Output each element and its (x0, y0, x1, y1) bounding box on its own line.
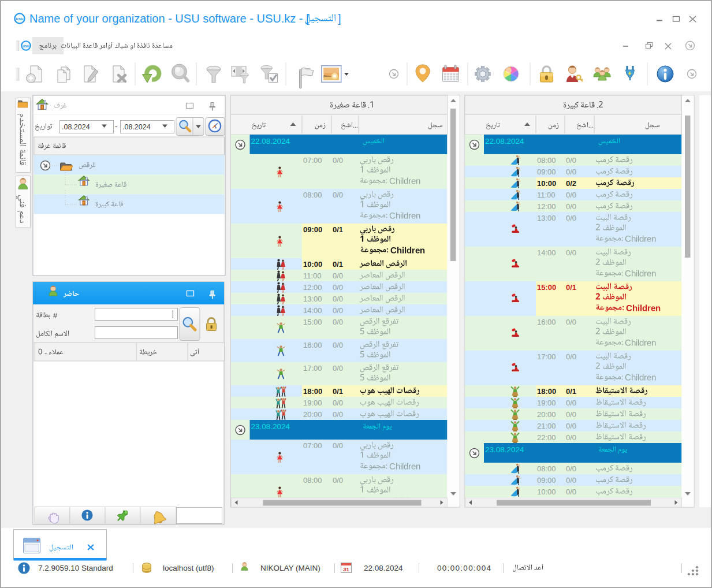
svg-text:10:00: 10:00 (303, 260, 322, 269)
svg-text:08:00: 08:00 (537, 156, 556, 165)
svg-text:0/0: 0/0 (333, 306, 343, 315)
svg-text:0/0: 0/0 (333, 191, 343, 199)
svg-text:0/0: 0/0 (333, 364, 343, 373)
svg-text:0/0: 0/0 (566, 433, 576, 442)
svg-text:16:00: 16:00 (537, 318, 556, 326)
svg-text:17:00: 17:00 (537, 352, 556, 361)
svg-text:0/0: 0/0 (566, 191, 576, 199)
svg-text:09:00: 09:00 (537, 168, 556, 176)
svg-text:08:00: 08:00 (303, 191, 322, 199)
svg-text:08:00: 08:00 (537, 464, 556, 473)
svg-text:0/0: 0/0 (566, 464, 576, 473)
svg-text:0/0: 0/0 (333, 410, 343, 419)
svg-text:localhost (utf8): localhost (utf8) (163, 564, 214, 572)
svg-text:09:00: 09:00 (303, 225, 322, 234)
svg-text:0/1: 0/1 (333, 225, 343, 234)
svg-text:19:00: 19:00 (537, 399, 556, 407)
svg-text:0/0: 0/0 (333, 283, 343, 292)
svg-text:07:00: 07:00 (303, 441, 322, 450)
svg-text:0/1: 0/1 (566, 283, 576, 292)
svg-text:20:00: 20:00 (303, 410, 322, 419)
svg-text:21:00: 21:00 (537, 422, 556, 430)
svg-text:0/0: 0/0 (566, 156, 576, 165)
svg-text:15:00: 15:00 (537, 283, 556, 292)
svg-text:0/0: 0/0 (333, 476, 343, 485)
svg-text:0/0: 0/0 (333, 341, 343, 349)
svg-text:Name of your organization - US: Name of your organization - USU software… (29, 12, 310, 25)
svg-text:13:00: 13:00 (537, 214, 556, 222)
svg-text:10:00: 10:00 (537, 487, 556, 496)
svg-text:20:00: 20:00 (537, 410, 556, 419)
svg-text:0/0: 0/0 (566, 410, 576, 419)
svg-text:18:00: 18:00 (303, 387, 322, 396)
svg-text:13:00: 13:00 (303, 295, 322, 303)
svg-text:11:00: 11:00 (303, 271, 322, 280)
svg-text:0/0: 0/0 (333, 295, 343, 303)
svg-text:]: ] (338, 12, 341, 25)
svg-text:17:00: 17:00 (303, 364, 322, 373)
svg-text:0/1: 0/1 (566, 387, 576, 396)
svg-text:09:00: 09:00 (537, 476, 556, 485)
svg-text:22.08.2024: 22.08.2024 (251, 137, 290, 146)
svg-text:12:00: 12:00 (537, 202, 556, 211)
svg-text:19:00: 19:00 (303, 399, 322, 407)
svg-text:0/0: 0/0 (566, 352, 576, 361)
svg-text:08:00: 08:00 (303, 476, 322, 485)
svg-text:0/0: 0/0 (566, 318, 576, 326)
svg-text:22.08.2024: 22.08.2024 (485, 137, 524, 146)
svg-text:23.08.2024: 23.08.2024 (251, 422, 290, 431)
svg-text:11:00: 11:00 (537, 191, 556, 199)
svg-text:0/0: 0/0 (566, 487, 576, 496)
svg-text:0/0: 0/0 (333, 441, 343, 450)
svg-text:07:00: 07:00 (303, 156, 322, 165)
svg-text:0/0: 0/0 (566, 214, 576, 222)
svg-text:16:00: 16:00 (303, 341, 322, 349)
svg-text:14:00: 14:00 (537, 248, 556, 257)
svg-text:00:00:00:004: 00:00:00:004 (437, 564, 491, 572)
svg-text:0/0: 0/0 (566, 168, 576, 176)
svg-text:0/0: 0/0 (566, 202, 576, 211)
svg-text:7.2.9059.10 Standard: 7.2.9059.10 Standard (38, 564, 113, 572)
svg-text:0/1: 0/1 (333, 387, 343, 396)
svg-text:0/0: 0/0 (333, 318, 343, 326)
svg-text:0/0: 0/0 (333, 399, 343, 407)
svg-text:15:00: 15:00 (303, 318, 322, 326)
svg-text:14:00: 14:00 (303, 306, 322, 315)
svg-text:23.08.2024: 23.08.2024 (485, 445, 524, 454)
svg-text:.08.2024: .08.2024 (122, 123, 151, 131)
svg-text:-: - (115, 122, 117, 131)
svg-text:0/2: 0/2 (566, 179, 576, 188)
svg-text:0/0: 0/0 (333, 156, 343, 165)
svg-text:0/1: 0/1 (333, 260, 343, 269)
svg-text:0/0: 0/0 (566, 248, 576, 257)
svg-text:10:00: 10:00 (537, 179, 556, 188)
svg-text:0/0: 0/0 (566, 476, 576, 485)
svg-text:0/0: 0/0 (566, 399, 576, 407)
svg-text:18:00: 18:00 (537, 387, 556, 396)
svg-text:.08.2024: .08.2024 (62, 123, 90, 131)
svg-text:0/0: 0/0 (333, 271, 343, 280)
svg-text:22:00: 22:00 (537, 433, 556, 442)
svg-text:22.08.2024: 22.08.2024 (364, 564, 403, 572)
svg-text:NIKOLAY (MAIN): NIKOLAY (MAIN) (260, 564, 320, 572)
svg-text:0/0: 0/0 (566, 422, 576, 430)
svg-text:12:00: 12:00 (303, 283, 322, 292)
